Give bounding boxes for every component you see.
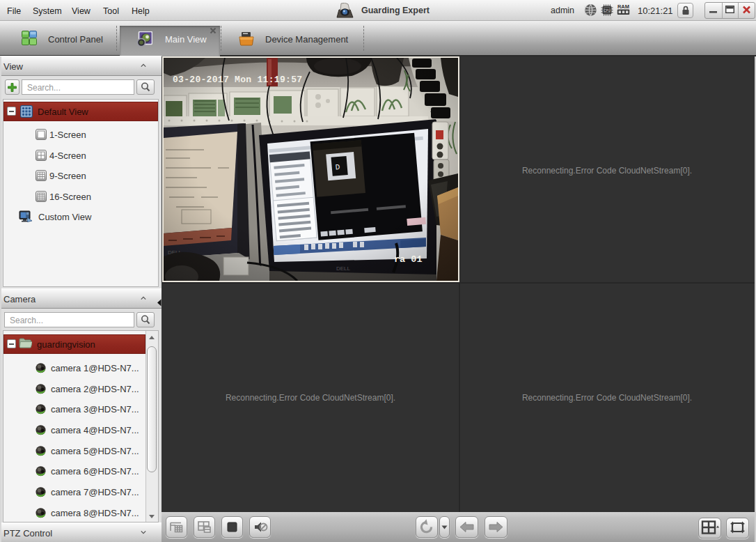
svg-text:RAM: RAM <box>617 3 629 10</box>
svg-text:03-20-2017 Mon 11:19:57: 03-20-2017 Mon 11:19:57 <box>173 75 302 85</box>
svg-text:ra 01: ra 01 <box>394 254 423 265</box>
svg-text:CPU: CPU <box>604 9 611 13</box>
